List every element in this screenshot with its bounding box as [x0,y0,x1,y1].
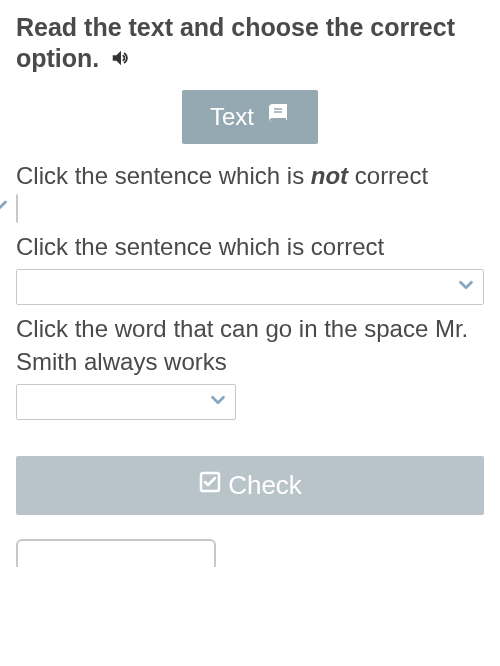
chevron-down-icon [455,274,477,300]
check-icon [198,470,222,501]
text-button[interactable]: Text [182,90,318,144]
partial-box [16,539,216,567]
check-button[interactable]: Check [16,456,484,515]
dropdown-1[interactable] [16,193,316,225]
q2-text: Click the sentence which is correct [16,233,384,260]
question-3: Click the word that can go in the space … [16,313,484,378]
chevron-down-icon [0,192,11,224]
question-1: Click the sentence which is not correct [16,160,484,225]
audio-icon[interactable] [110,45,132,76]
book-icon [266,102,290,132]
instruction-heading: Read the text and choose the correct opt… [16,12,484,76]
instruction-text: Read the text and choose the correct opt… [16,13,455,72]
check-button-label: Check [228,470,302,501]
dropdown-2[interactable] [16,269,484,305]
q1-em: not [311,162,348,189]
dropdown-3[interactable] [16,384,236,420]
question-2: Click the sentence which is correct [16,231,484,263]
q1-text-pre: Click the sentence which is [16,162,311,189]
text-button-label: Text [210,103,254,131]
q3-text: Click the word that can go in the space … [16,315,468,374]
chevron-down-icon [207,389,229,415]
q1-text-post: correct [348,162,428,189]
